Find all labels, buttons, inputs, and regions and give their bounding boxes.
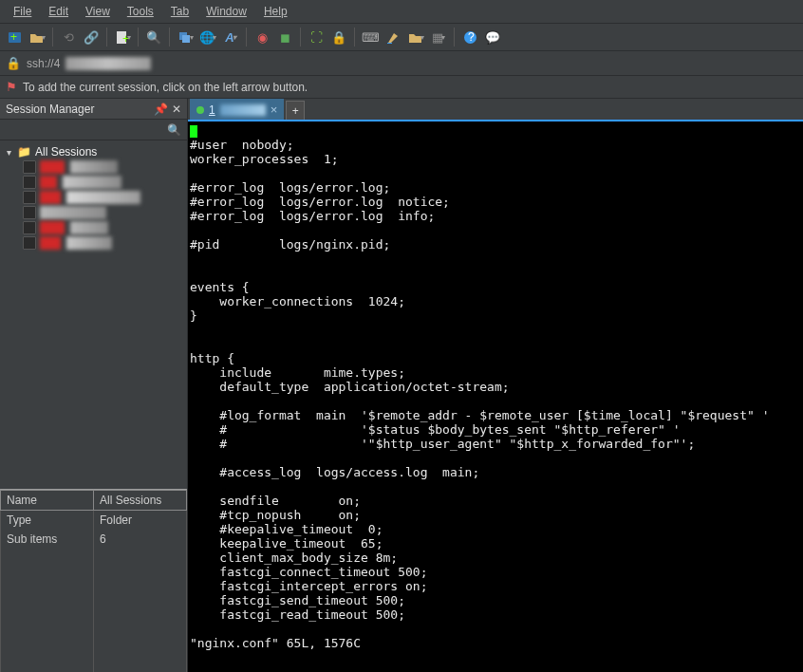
tree-item[interactable] bbox=[23, 175, 183, 190]
menu-view[interactable]: View bbox=[78, 3, 118, 20]
separator bbox=[354, 28, 355, 47]
terminal[interactable]: #user nobody; worker_processes 1; #error… bbox=[188, 121, 803, 672]
globe-icon[interactable]: 🌐▾ bbox=[197, 27, 218, 47]
folder-open-icon[interactable]: ▾ bbox=[405, 27, 426, 47]
copy-icon[interactable]: ▾ bbox=[175, 27, 196, 47]
flag-icon: ⚑ bbox=[6, 80, 17, 94]
tree-item[interactable] bbox=[23, 235, 183, 251]
new-tab-button[interactable]: + bbox=[286, 101, 305, 120]
separator bbox=[454, 28, 455, 47]
tree-root-label: All Sessions bbox=[35, 145, 97, 159]
host-icon bbox=[23, 206, 36, 219]
tree-root[interactable]: ▾ 📁 All Sessions bbox=[4, 144, 183, 159]
separator bbox=[300, 28, 301, 47]
host-icon bbox=[23, 236, 36, 250]
close-icon[interactable]: ✕ bbox=[172, 103, 181, 116]
pin-icon[interactable]: 📌 bbox=[154, 103, 168, 116]
new-terminal-icon[interactable]: + bbox=[4, 27, 25, 47]
svg-text:+: + bbox=[10, 30, 17, 44]
redacted bbox=[66, 236, 112, 250]
search-icon[interactable]: 🔍 bbox=[143, 27, 164, 47]
new-file-icon[interactable]: +▾ bbox=[112, 27, 133, 47]
fullscreen-icon[interactable]: ⛶ bbox=[306, 27, 327, 47]
svg-rect-6 bbox=[387, 43, 392, 44]
menu-tab[interactable]: Tab bbox=[163, 3, 196, 20]
stop-icon[interactable]: ◼ bbox=[274, 27, 295, 47]
menu-tools[interactable]: Tools bbox=[120, 3, 161, 20]
separator bbox=[169, 28, 170, 47]
filter-search-icon[interactable]: 🔍 bbox=[167, 123, 181, 137]
hint-text: To add the current session, click on the… bbox=[23, 81, 308, 94]
props-header-row: Name All Sessions bbox=[1, 491, 187, 511]
props-row: TypeFolder bbox=[1, 511, 187, 531]
tree-item[interactable] bbox=[23, 205, 183, 220]
separator bbox=[138, 28, 139, 47]
address-text: ssh://4 bbox=[27, 57, 60, 70]
font-style-icon[interactable]: A▾ bbox=[220, 27, 241, 47]
svg-text:?: ? bbox=[468, 30, 475, 44]
separator bbox=[246, 28, 247, 47]
host-icon bbox=[23, 191, 36, 204]
lock-icon[interactable]: 🔒 bbox=[328, 27, 349, 47]
separator bbox=[106, 28, 107, 47]
reconnect-icon[interactable]: ⟲ bbox=[58, 27, 79, 47]
hintbar: ⚑ To add the current session, click on t… bbox=[0, 76, 803, 99]
tree-item[interactable] bbox=[23, 190, 183, 205]
sidebar-title: Session Manager bbox=[6, 103, 150, 116]
menu-window[interactable]: Window bbox=[198, 3, 254, 20]
chat-icon[interactable]: 💬 bbox=[482, 27, 503, 47]
menubar: File Edit View Tools Tab Window Help bbox=[0, 0, 803, 23]
editor-area: 1 × + #user nobody; worker_processes 1; … bbox=[188, 99, 803, 672]
record-icon[interactable]: ◉ bbox=[252, 27, 272, 47]
menu-edit[interactable]: Edit bbox=[41, 3, 76, 20]
grid-icon[interactable]: ▦▾ bbox=[428, 27, 449, 47]
tab-active[interactable]: 1 × bbox=[190, 99, 284, 120]
help-icon[interactable]: ? bbox=[459, 27, 480, 47]
address-redacted bbox=[65, 57, 151, 70]
keyboard-icon[interactable]: ⌨ bbox=[360, 27, 381, 47]
tree-children bbox=[23, 159, 183, 251]
redacted bbox=[40, 221, 65, 234]
props-filler bbox=[1, 549, 187, 672]
sidebar-header: Session Manager 📌 ✕ bbox=[0, 99, 187, 120]
prop-val: 6 bbox=[94, 530, 187, 549]
prop-val: Folder bbox=[94, 511, 187, 531]
chain-link-icon[interactable]: 🔗 bbox=[81, 27, 102, 47]
svg-rect-5 bbox=[182, 35, 190, 43]
menu-help[interactable]: Help bbox=[256, 3, 295, 20]
terminal-cursor bbox=[190, 125, 197, 138]
addressbar[interactable]: 🔒 ssh://4 bbox=[0, 51, 803, 76]
menu-file[interactable]: File bbox=[6, 3, 39, 20]
redacted bbox=[40, 206, 106, 219]
tree-item[interactable] bbox=[23, 220, 183, 235]
tab-label-redacted bbox=[220, 104, 266, 116]
redacted bbox=[70, 221, 108, 234]
props-row: Sub items6 bbox=[1, 530, 187, 549]
connected-dot-icon bbox=[196, 106, 204, 114]
toolbar: + ▾ ⟲ 🔗 +▾ 🔍 ▾ 🌐▾ A▾ ◉ ◼ ⛶ 🔒 ⌨ ▾ ▦▾ ? 💬 bbox=[0, 23, 803, 51]
redacted bbox=[40, 191, 61, 204]
props-header-value: All Sessions bbox=[94, 491, 187, 511]
redacted bbox=[40, 236, 61, 250]
separator bbox=[52, 28, 53, 47]
lock-small-icon: 🔒 bbox=[6, 56, 21, 70]
prop-key: Sub items bbox=[1, 530, 94, 549]
highlight-icon[interactable] bbox=[383, 27, 403, 47]
folder-icon: 📁 bbox=[17, 145, 31, 159]
tree-item[interactable] bbox=[23, 159, 183, 175]
session-tree[interactable]: ▾ 📁 All Sessions bbox=[0, 140, 187, 489]
sidebar-filter[interactable]: 🔍 bbox=[0, 120, 187, 140]
host-icon bbox=[23, 221, 36, 234]
redacted bbox=[40, 160, 65, 174]
sidebar: Session Manager 📌 ✕ 🔍 ▾ 📁 All Sessions bbox=[0, 99, 188, 672]
props-header-name: Name bbox=[1, 491, 94, 511]
tree-collapse-icon[interactable]: ▾ bbox=[4, 147, 13, 158]
redacted bbox=[66, 191, 140, 204]
tab-label-prefix: 1 bbox=[209, 103, 215, 117]
host-icon bbox=[23, 160, 36, 174]
open-folder-icon[interactable]: ▾ bbox=[27, 27, 47, 47]
body-row: Session Manager 📌 ✕ 🔍 ▾ 📁 All Sessions bbox=[0, 99, 803, 672]
host-icon bbox=[23, 176, 36, 189]
tab-close-icon[interactable]: × bbox=[271, 103, 278, 117]
redacted bbox=[40, 176, 57, 189]
